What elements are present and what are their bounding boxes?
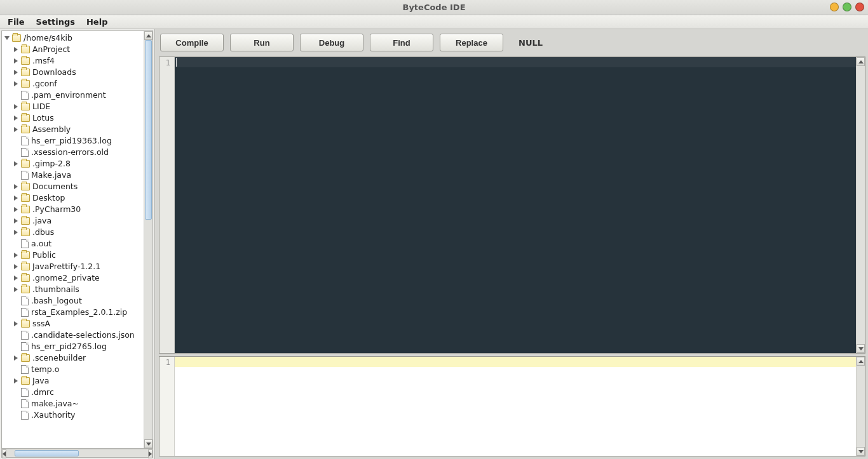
tree-item[interactable]: .bash_logout — [12, 295, 144, 307]
editor-vertical-scrollbar[interactable] — [856, 57, 865, 353]
maximize-icon[interactable] — [843, 3, 851, 11]
chevron-right-icon[interactable] — [13, 46, 20, 53]
output-vertical-scrollbar[interactable] — [856, 357, 865, 456]
tree-item[interactable]: Downloads — [12, 67, 144, 78]
tree-item[interactable]: hs_err_pid2765.log — [12, 341, 144, 352]
scroll-thumb[interactable] — [15, 450, 78, 456]
folder-icon — [21, 80, 30, 88]
expander-placeholder — [13, 412, 20, 418]
scroll-right-button[interactable] — [148, 449, 153, 458]
tree-item[interactable]: .java — [12, 215, 144, 227]
tree-item-label: JavaPrettify-1.2.1 — [31, 261, 100, 272]
tree-item[interactable]: .scenebuilder — [12, 352, 144, 364]
scroll-track[interactable] — [857, 366, 865, 447]
compile-button[interactable]: Compile — [160, 34, 224, 51]
file-tree-horizontal-scrollbar[interactable] — [1, 449, 153, 458]
chevron-right-icon[interactable] — [13, 355, 20, 361]
tree-item[interactable]: AnProject — [12, 44, 144, 55]
scroll-track[interactable] — [857, 66, 865, 344]
tree-item[interactable]: Lotus — [12, 112, 144, 124]
tree-item[interactable]: Public — [12, 249, 144, 261]
tree-item[interactable]: JavaPrettify-1.2.1 — [12, 261, 144, 272]
tree-item[interactable]: .PyCharm30 — [12, 204, 144, 215]
tree-item[interactable]: .gnome2_private — [12, 272, 144, 284]
run-button[interactable]: Run — [230, 34, 294, 51]
replace-button[interactable]: Replace — [440, 34, 503, 51]
chevron-right-icon[interactable] — [13, 161, 20, 167]
tree-item[interactable]: .thumbnails — [12, 284, 144, 295]
tree-root-node[interactable]: /home/s4kib — [3, 32, 144, 44]
folder-icon — [21, 69, 30, 76]
scroll-up-button[interactable] — [857, 57, 865, 66]
chevron-right-icon[interactable] — [13, 206, 20, 213]
tree-item[interactable]: Make.java — [12, 170, 144, 181]
tree-item[interactable]: Assembly — [12, 124, 144, 135]
menu-settings[interactable]: Settings — [31, 16, 80, 28]
chevron-right-icon[interactable] — [13, 378, 20, 384]
chevron-down-icon[interactable] — [4, 35, 11, 41]
tree-item[interactable]: LIDE — [12, 101, 144, 112]
tree-item[interactable]: .candidate-selections.json — [12, 329, 144, 341]
tree-item[interactable]: Desktop — [12, 192, 144, 204]
chevron-right-icon[interactable] — [13, 183, 20, 190]
scroll-down-button[interactable] — [144, 439, 153, 448]
tree-item-label: hs_err_pid2765.log — [30, 341, 107, 352]
code-editor[interactable] — [175, 57, 856, 353]
tree-item[interactable]: make.java~ — [12, 398, 144, 409]
find-button[interactable]: Find — [370, 34, 433, 51]
menu-help[interactable]: Help — [81, 16, 112, 28]
output-editor[interactable] — [175, 357, 856, 456]
chevron-right-icon[interactable] — [13, 126, 20, 133]
tree-item[interactable]: .Xauthority — [12, 409, 144, 421]
tree-item[interactable]: .dbus — [12, 227, 144, 238]
chevron-right-icon[interactable] — [13, 252, 20, 258]
tree-item[interactable]: .pam_environment — [12, 90, 144, 101]
menu-file[interactable]: File — [3, 16, 30, 28]
chevron-right-icon[interactable] — [13, 58, 20, 64]
tree-item[interactable]: rsta_Examples_2.0.1.zip — [12, 307, 144, 318]
scroll-down-button[interactable] — [857, 447, 865, 456]
file-icon — [21, 296, 29, 305]
tree-item[interactable]: Java — [12, 375, 144, 387]
chevron-right-icon[interactable] — [13, 321, 20, 327]
chevron-right-icon[interactable] — [13, 275, 20, 281]
minimize-icon[interactable] — [830, 3, 839, 11]
chevron-right-icon[interactable] — [13, 195, 20, 201]
output-pane: 1 — [159, 356, 865, 456]
tree-item-label: a.out — [30, 238, 51, 249]
chevron-right-icon[interactable] — [13, 263, 20, 270]
scroll-up-button[interactable] — [857, 357, 865, 366]
folder-icon — [21, 103, 30, 110]
chevron-right-icon[interactable] — [13, 286, 20, 293]
file-icon — [21, 342, 29, 351]
tree-item[interactable]: hs_err_pid19363.log — [12, 135, 144, 147]
chevron-right-icon[interactable] — [13, 69, 20, 76]
scroll-up-button[interactable] — [144, 31, 153, 40]
tree-item[interactable]: .gimp-2.8 — [12, 158, 144, 170]
tree-item[interactable]: a.out — [12, 238, 144, 249]
scroll-left-button[interactable] — [2, 449, 6, 458]
tree-item-label: .msf4 — [31, 55, 55, 67]
file-tree[interactable]: /home/s4kib AnProject.msf4Downloads.gcon… — [2, 31, 144, 448]
debug-button[interactable]: Debug — [300, 34, 363, 51]
folder-icon — [21, 286, 30, 293]
scroll-thumb[interactable] — [145, 40, 152, 220]
scroll-down-button[interactable] — [857, 344, 865, 353]
chevron-right-icon[interactable] — [13, 229, 20, 236]
chevron-right-icon[interactable] — [13, 115, 20, 121]
tree-item[interactable]: .gconf — [12, 78, 144, 90]
chevron-right-icon[interactable] — [13, 218, 20, 224]
arrow-down-icon — [858, 450, 864, 453]
tree-item[interactable]: temp.o — [12, 364, 144, 375]
close-icon[interactable] — [855, 3, 864, 11]
scroll-track[interactable] — [6, 449, 148, 457]
file-tree-vertical-scrollbar[interactable] — [144, 31, 153, 448]
chevron-right-icon[interactable] — [13, 103, 20, 110]
tree-item[interactable]: .msf4 — [12, 55, 144, 67]
tree-item[interactable]: .dmrc — [12, 387, 144, 398]
chevron-right-icon[interactable] — [13, 81, 20, 87]
tree-item[interactable]: Documents — [12, 181, 144, 192]
scroll-track[interactable] — [144, 40, 153, 439]
tree-item[interactable]: sssA — [12, 318, 144, 329]
tree-item[interactable]: .xsession-errors.old — [12, 147, 144, 158]
